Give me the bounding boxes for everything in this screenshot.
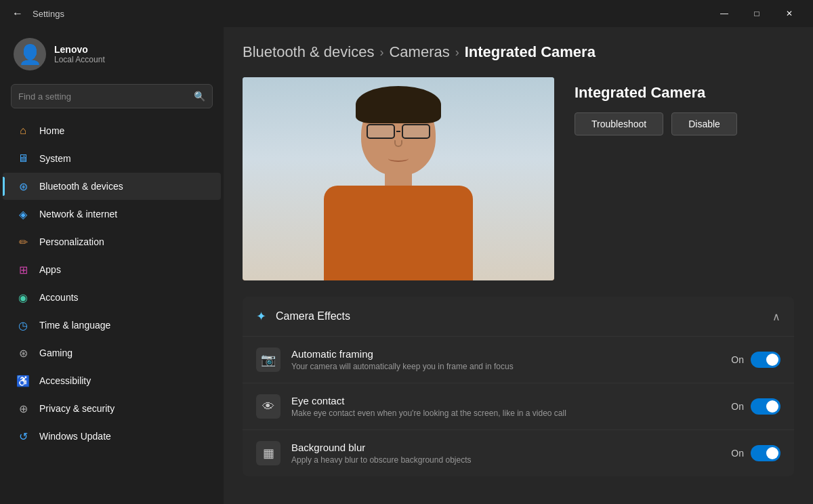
eye-contact-toggle-group: On bbox=[731, 398, 780, 415]
eye-contact-toggle[interactable] bbox=[751, 398, 780, 415]
network-nav-icon: ◈ bbox=[16, 207, 30, 221]
effect-item-auto-framing: 📷 Automatic framing Your camera will aut… bbox=[243, 337, 794, 383]
accessibility-nav-label: Accessibility bbox=[39, 375, 91, 386]
effects-label: Camera Effects bbox=[276, 310, 772, 322]
apps-nav-icon: ⊞ bbox=[16, 263, 30, 276]
breadcrumb-part-1[interactable]: Cameras bbox=[389, 43, 449, 61]
background-blur-icon: ▦ bbox=[256, 441, 280, 465]
personalization-nav-label: Personalization bbox=[39, 236, 104, 247]
effect-item-background-blur: ▦ Background blur Apply a heavy blur to … bbox=[243, 430, 794, 476]
background-blur-name: Background blur bbox=[291, 442, 731, 453]
time-nav-icon: ◷ bbox=[16, 318, 30, 332]
background-blur-text: Background blur Apply a heavy blur to ob… bbox=[291, 442, 731, 465]
network-nav-label: Network & internet bbox=[39, 209, 117, 219]
minimize-button[interactable]: — bbox=[709, 3, 740, 24]
sidebar: 👤 Lenovo Local Account 🔍 ⌂ Home 🖥 System… bbox=[0, 27, 224, 504]
camera-title: Integrated Camera bbox=[575, 84, 794, 102]
sidebar-item-personalization[interactable]: ✏ Personalization bbox=[3, 228, 221, 255]
auto-framing-name: Automatic framing bbox=[291, 348, 731, 360]
update-nav-label: Windows Update bbox=[39, 431, 111, 442]
sidebar-item-time[interactable]: ◷ Time & language bbox=[3, 312, 221, 339]
auto-framing-description: Your camera will automatically keep you … bbox=[291, 362, 731, 371]
apps-nav-label: Apps bbox=[39, 264, 61, 275]
avatar-icon: 👤 bbox=[18, 43, 42, 66]
camera-info: Integrated Camera Troubleshoot Disable bbox=[575, 77, 794, 135]
eye-contact-icon: 👁 bbox=[256, 394, 280, 419]
eye-contact-name: Eye contact bbox=[291, 395, 731, 406]
search-box[interactable]: 🔍 bbox=[11, 84, 213, 108]
auto-framing-text: Automatic framing Your camera will autom… bbox=[291, 348, 731, 371]
background-blur-toggle-group: On bbox=[731, 445, 780, 461]
system-nav-label: System bbox=[39, 153, 71, 164]
auto-framing-toggle[interactable] bbox=[751, 352, 780, 368]
bluetooth-nav-label: Bluetooth & devices bbox=[39, 181, 123, 192]
effects-container: 📷 Automatic framing Your camera will aut… bbox=[243, 337, 794, 476]
gaming-nav-icon: ⊛ bbox=[16, 346, 30, 360]
search-input[interactable] bbox=[18, 91, 194, 102]
user-info: Lenovo Local Account bbox=[54, 44, 105, 64]
sidebar-item-apps[interactable]: ⊞ Apps bbox=[3, 256, 221, 283]
troubleshoot-button[interactable]: Troubleshoot bbox=[575, 112, 663, 135]
gaming-nav-label: Gaming bbox=[39, 348, 72, 358]
breadcrumb-part-2: Integrated Camera bbox=[465, 43, 596, 61]
sidebar-item-network[interactable]: ◈ Network & internet bbox=[3, 201, 221, 228]
content-area: Bluetooth & devices›Cameras›Integrated C… bbox=[224, 27, 813, 504]
eye-contact-description: Make eye contact even when you're lookin… bbox=[291, 408, 731, 418]
system-nav-icon: 🖥 bbox=[16, 152, 30, 165]
maximize-button[interactable]: □ bbox=[741, 3, 772, 24]
breadcrumb: Bluetooth & devices›Cameras›Integrated C… bbox=[243, 43, 794, 61]
titlebar-controls: — □ ✕ bbox=[709, 3, 805, 24]
camera-actions: Troubleshoot Disable bbox=[575, 112, 794, 135]
background-blur-toggle[interactable] bbox=[751, 445, 780, 461]
effect-item-eye-contact: 👁 Eye contact Make eye contact even when… bbox=[243, 383, 794, 430]
accounts-nav-icon: ◉ bbox=[16, 291, 30, 304]
effects-sparkle-icon: ✦ bbox=[256, 309, 266, 324]
effects-header[interactable]: ✦ Camera Effects ∧ bbox=[243, 297, 794, 337]
sidebar-item-accessibility[interactable]: ♿ Accessibility bbox=[3, 367, 221, 394]
user-profile[interactable]: 👤 Lenovo Local Account bbox=[0, 27, 224, 81]
effects-section: ✦ Camera Effects ∧ 📷 Automatic framing Y… bbox=[243, 297, 794, 476]
sidebar-item-privacy[interactable]: ⊕ Privacy & security bbox=[3, 395, 221, 422]
close-button[interactable]: ✕ bbox=[774, 3, 805, 24]
eye-contact-status: On bbox=[731, 401, 744, 412]
nav-container: ⌂ Home 🖥 System ⊛ Bluetooth & devices ◈ … bbox=[0, 117, 224, 450]
time-nav-label: Time & language bbox=[39, 320, 110, 331]
sidebar-item-bluetooth[interactable]: ⊛ Bluetooth & devices bbox=[3, 173, 221, 200]
titlebar: ← Settings — □ ✕ bbox=[0, 0, 813, 27]
eye-contact-text: Eye contact Make eye contact even when y… bbox=[291, 395, 731, 418]
privacy-nav-icon: ⊕ bbox=[16, 402, 30, 415]
accessibility-nav-icon: ♿ bbox=[16, 374, 30, 387]
camera-preview bbox=[243, 77, 554, 280]
camera-person-bg bbox=[243, 77, 554, 280]
username: Lenovo bbox=[54, 44, 105, 55]
breadcrumb-part-0[interactable]: Bluetooth & devices bbox=[243, 43, 374, 61]
personalization-nav-icon: ✏ bbox=[16, 235, 30, 249]
sidebar-item-system[interactable]: 🖥 System bbox=[3, 145, 221, 172]
main-layout: 👤 Lenovo Local Account 🔍 ⌂ Home 🖥 System… bbox=[0, 27, 813, 504]
home-nav-icon: ⌂ bbox=[16, 124, 30, 138]
user-subtitle: Local Account bbox=[54, 55, 105, 64]
auto-framing-toggle-group: On bbox=[731, 352, 780, 368]
background-blur-status: On bbox=[731, 448, 744, 459]
home-nav-label: Home bbox=[39, 125, 64, 136]
camera-section: Integrated Camera Troubleshoot Disable bbox=[243, 77, 794, 280]
auto-framing-icon: 📷 bbox=[256, 348, 280, 372]
bluetooth-nav-icon: ⊛ bbox=[16, 180, 30, 193]
effects-chevron-icon: ∧ bbox=[772, 310, 780, 323]
sidebar-item-gaming[interactable]: ⊛ Gaming bbox=[3, 339, 221, 366]
auto-framing-status: On bbox=[731, 354, 744, 365]
accounts-nav-label: Accounts bbox=[39, 292, 79, 303]
update-nav-icon: ↺ bbox=[16, 429, 30, 443]
privacy-nav-label: Privacy & security bbox=[39, 403, 114, 414]
back-button[interactable]: ← bbox=[8, 4, 27, 23]
background-blur-description: Apply a heavy blur to obscure background… bbox=[291, 455, 731, 465]
search-icon: 🔍 bbox=[194, 91, 205, 102]
sidebar-item-accounts[interactable]: ◉ Accounts bbox=[3, 284, 221, 311]
sidebar-item-home[interactable]: ⌂ Home bbox=[3, 117, 221, 144]
sidebar-item-update[interactable]: ↺ Windows Update bbox=[3, 423, 221, 450]
disable-button[interactable]: Disable bbox=[671, 112, 737, 135]
avatar: 👤 bbox=[14, 38, 46, 70]
breadcrumb-sep-1: › bbox=[379, 45, 383, 60]
breadcrumb-sep-2: › bbox=[455, 45, 459, 60]
titlebar-title: Settings bbox=[33, 9, 64, 19]
